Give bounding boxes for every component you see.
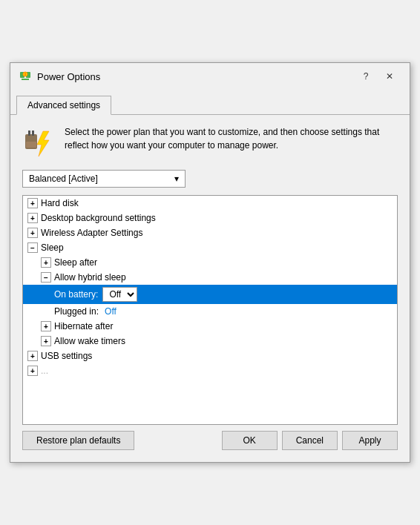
tree-item-allow-wake[interactable]: + Allow wake timers xyxy=(23,334,397,349)
plan-dropdown-area: Balanced [Active] ▾ xyxy=(22,170,398,188)
description-text: Select the power plan that you want to c… xyxy=(65,125,398,152)
action-buttons: OK Cancel Apply xyxy=(222,431,398,450)
tree-item-partial[interactable]: + ... xyxy=(23,363,397,378)
expand-icon: + xyxy=(27,198,38,208)
expand-icon: − xyxy=(27,242,38,253)
tree-item-on-battery[interactable]: On battery: Off On xyxy=(23,285,397,304)
tree-item-hibernate-after[interactable]: + Hibernate after xyxy=(23,319,397,334)
power-icon xyxy=(19,70,31,82)
tree-item-allow-hybrid[interactable]: − Allow hybrid sleep xyxy=(23,270,397,285)
title-bar-left: Power Options xyxy=(19,70,100,82)
tree-item-desktop-bg[interactable]: + Desktop background settings xyxy=(23,211,397,225)
title-bar-buttons: ? ✕ xyxy=(355,69,401,84)
settings-tree[interactable]: + Hard disk + Desktop background setting… xyxy=(22,195,398,425)
expand-icon: + xyxy=(41,321,51,331)
svg-rect-2 xyxy=(22,79,29,80)
advanced-settings-tab[interactable]: Advanced settings xyxy=(16,96,111,115)
power-options-dialog: Power Options ? ✕ Advanced settings xyxy=(10,62,410,463)
dropdown-arrow-icon: ▾ xyxy=(174,174,179,184)
on-battery-dropdown-container: Off On xyxy=(102,287,137,302)
tree-item-sleep-after[interactable]: + Sleep after xyxy=(23,255,397,270)
expand-icon: + xyxy=(27,213,38,223)
description-area: Select the power plan that you want to c… xyxy=(22,125,398,159)
window-title: Power Options xyxy=(37,71,100,82)
ok-button[interactable]: OK xyxy=(222,431,278,450)
expand-icon: + xyxy=(27,351,38,361)
on-battery-select[interactable]: Off On xyxy=(102,287,137,302)
close-button[interactable]: ✕ xyxy=(378,69,401,84)
help-button[interactable]: ? xyxy=(355,69,377,84)
tree-item-wireless[interactable]: + Wireless Adapter Settings xyxy=(23,225,397,240)
expand-icon: − xyxy=(41,272,51,283)
expand-icon: + xyxy=(41,336,51,346)
tree-item-hard-disk[interactable]: + Hard disk xyxy=(23,196,397,211)
plan-dropdown[interactable]: Balanced [Active] ▾ xyxy=(22,170,186,188)
plugged-in-value: Off xyxy=(105,306,117,317)
power-plan-icon xyxy=(22,128,56,159)
svg-marker-9 xyxy=(37,131,49,156)
expand-icon: + xyxy=(41,257,51,268)
svg-rect-7 xyxy=(32,131,34,136)
cancel-button[interactable]: Cancel xyxy=(282,431,338,450)
svg-rect-6 xyxy=(28,131,30,136)
title-bar: Power Options ? ✕ xyxy=(10,63,410,90)
svg-rect-4 xyxy=(24,73,26,76)
tree-item-sleep[interactable]: − Sleep xyxy=(23,240,397,255)
tree-item-plugged-in[interactable]: Plugged in: Off xyxy=(23,304,397,319)
svg-rect-8 xyxy=(26,142,36,148)
tab-bar: Advanced settings xyxy=(10,91,410,115)
restore-defaults-button[interactable]: Restore plan defaults xyxy=(22,431,134,450)
expand-icon: + xyxy=(27,228,38,238)
apply-button[interactable]: Apply xyxy=(342,431,398,450)
expand-icon: + xyxy=(27,366,38,376)
bottom-buttons: Restore plan defaults OK Cancel Apply xyxy=(22,425,398,453)
tree-item-usb-settings[interactable]: + USB settings xyxy=(23,349,397,363)
dialog-content: Select the power plan that you want to c… xyxy=(10,115,410,462)
